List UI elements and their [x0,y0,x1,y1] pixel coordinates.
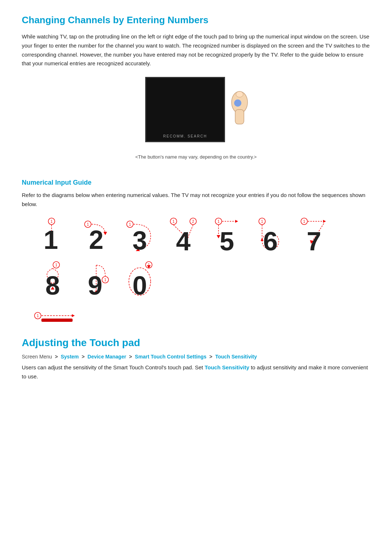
svg-point-3 [234,99,241,107]
number-4-diagram: 1 2 4 [163,216,203,256]
number-5-diagram: 1 5 [207,216,247,256]
breadcrumb-smart-touch: Smart Touch Control Settings [135,354,207,360]
numerical-guide-section: Numerical Input Guide Refer to the diagr… [22,179,370,209]
svg-marker-41 [323,220,326,223]
svg-text:1: 1 [44,225,58,254]
breadcrumb-sep3: > [129,354,132,360]
svg-text:1: 1 [50,219,53,223]
svg-marker-11 [103,232,107,235]
number-3-diagram: 1 3 [120,216,160,256]
svg-text:2: 2 [192,219,194,223]
svg-marker-62 [72,314,75,317]
svg-text:5: 5 [220,227,234,256]
svg-text:7: 7 [307,227,321,256]
breadcrumb: Screen Menu > System > Device Manager > … [22,354,370,360]
screen-label: RECOMM. SEARCH [163,134,207,138]
breadcrumb-sep4: > [209,354,212,360]
svg-text:2: 2 [89,225,103,254]
number-2-diagram: 1 2 [76,216,116,256]
main-body-text: While watching TV, tap on the protruding… [22,32,370,68]
main-title: Changing Channels by Entering Numbers [22,15,370,26]
numbers-diagram-grid: 1 1 1 2 1 3 [33,216,370,300]
breadcrumb-sep2: > [82,354,85,360]
tv-image-container: RECOMM. SEARCH <The button's name may va… [22,77,370,168]
svg-text:1: 1 [172,219,175,223]
breadcrumb-touch-sensitivity: Touch Sensitivity [215,354,257,360]
svg-text:6: 6 [263,227,278,256]
extra-dash-diagram: 1 [33,311,370,326]
breadcrumb-sep1: > [55,354,58,360]
svg-text:1: 1 [303,219,305,223]
adjusting-touchpad-section: Adjusting the Touch pad Screen Menu > Sy… [22,337,370,381]
breadcrumb-system: System [61,354,79,360]
svg-text:1: 1 [261,219,263,223]
svg-point-2 [236,91,243,97]
svg-marker-30 [235,220,238,223]
svg-text:1: 1 [55,263,57,267]
number-1-diagram: 1 1 [33,216,73,256]
svg-text:1: 1 [104,278,106,282]
adjusting-title: Adjusting the Touch pad [22,337,370,349]
svg-text:1: 1 [129,222,131,226]
numerical-input-guide-body: Refer to the diagrams below when enterin… [22,191,370,209]
image-caption: <The button's name may vary, depending o… [135,153,257,161]
number-0-diagram: 1 0 [120,260,160,300]
adjusting-body-link: Touch Sensitivity [205,364,249,370]
svg-text:0: 0 [132,271,147,300]
svg-rect-63 [41,319,73,322]
tv-screen: RECOMM. SEARCH [145,77,225,142]
svg-rect-1 [235,110,244,124]
breadcrumb-device-manager: Device Manager [87,354,126,360]
svg-text:8: 8 [45,271,60,300]
adjusting-body-text1: Users can adjust the sensitivity of the … [22,364,205,370]
adjusting-body: Users can adjust the sensitivity of the … [22,363,370,381]
numerical-input-guide-title: Numerical Input Guide [22,179,370,186]
svg-text:1: 1 [37,314,39,318]
svg-text:4: 4 [176,227,191,256]
number-8-diagram: 1 8 [33,260,73,300]
svg-text:9: 9 [88,271,102,300]
finger-icon [218,88,250,128]
number-6-diagram: 1 6 [250,216,290,256]
svg-text:3: 3 [132,226,147,255]
number-7-diagram: 1 7 [294,216,334,256]
number-9-diagram: 1 9 [76,260,116,300]
svg-text:1: 1 [217,219,220,223]
breadcrumb-prefix: Screen Menu [22,354,52,360]
